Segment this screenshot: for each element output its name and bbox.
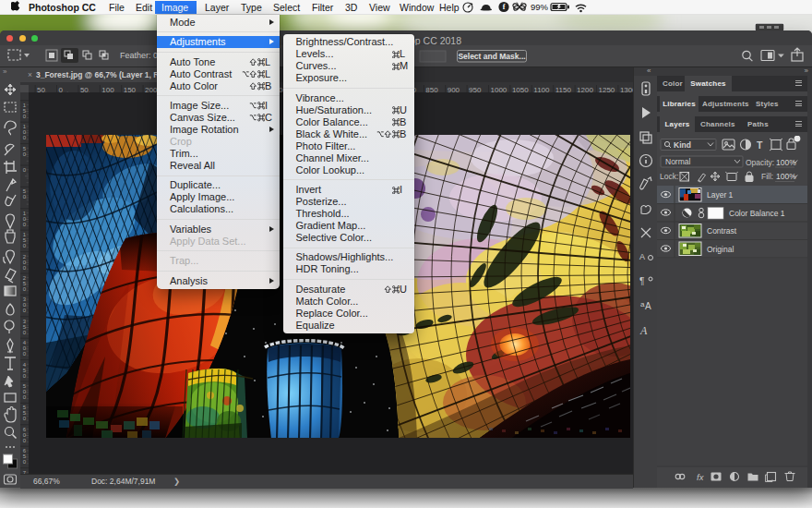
- svg-text:Normal: Normal: [665, 157, 691, 166]
- svg-text:Original: Original: [707, 245, 734, 254]
- svg-text:¶: ¶: [639, 276, 644, 286]
- svg-text:Fill:: Fill:: [761, 172, 773, 181]
- svg-text:f: f: [503, 3, 506, 11]
- svg-text:99%: 99%: [531, 2, 549, 12]
- svg-text:T: T: [757, 139, 763, 151]
- svg-text:Kind: Kind: [674, 140, 691, 150]
- svg-text:100%: 100%: [776, 158, 796, 167]
- svg-text:A: A: [645, 301, 651, 311]
- svg-text:Select and Mask...: Select and Mask...: [458, 52, 525, 61]
- svg-text:Color Balance 1: Color Balance 1: [729, 209, 785, 218]
- svg-text:A: A: [639, 324, 648, 337]
- svg-text:fx: fx: [697, 472, 705, 482]
- svg-text:Lock:: Lock:: [660, 172, 678, 181]
- svg-text:Opacity:: Opacity:: [746, 158, 774, 167]
- svg-text:Layer 1: Layer 1: [707, 190, 734, 200]
- svg-text:»: »: [3, 67, 7, 76]
- svg-text:Contrast: Contrast: [707, 226, 737, 236]
- svg-text:Feather:: Feather:: [120, 51, 151, 60]
- svg-text:A: A: [639, 252, 645, 261]
